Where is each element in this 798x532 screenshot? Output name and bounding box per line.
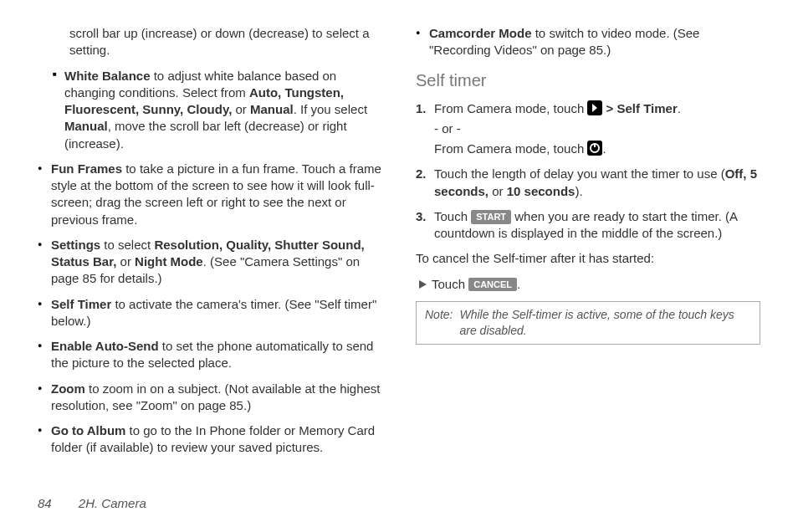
zoom-text: to zoom in on a subject. (Not available … [51, 381, 381, 412]
step-2: Touch the length of delay you want the t… [416, 166, 760, 200]
cancel-dot: . [517, 277, 520, 291]
step-3: Touch START when you are ready to start … [416, 208, 760, 243]
cancel-line: Touch CANCEL. [416, 276, 760, 293]
step1-gt: > [602, 101, 616, 115]
album-item: Go to Album to go to the In Phone folder… [38, 422, 382, 457]
intro-line: scroll bar up (increase) or down (decrea… [69, 25, 382, 59]
right-column: Camcorder Mode to switch to video mode. … [416, 25, 760, 465]
wb-manual: Manual [250, 102, 294, 116]
zoom-label: Zoom [51, 381, 85, 396]
triangle-icon [419, 280, 427, 289]
settings-item: Settings to select Resolution, Quality, … [38, 237, 382, 288]
left-column: scroll bar up (increase) or down (decrea… [38, 25, 382, 465]
main-bullet-list: Fun Frames to take a picture in a fun fr… [38, 161, 382, 457]
step1-st: Self Timer [617, 101, 678, 115]
white-balance-label: White Balance [64, 69, 151, 83]
self-timer-heading: Self timer [416, 69, 760, 92]
self-timer-item: Self Timer to activate the camera's time… [38, 296, 382, 330]
self-timer-label: Self Timer [51, 297, 111, 311]
step-1: From Camera mode, touch > Self Timer. - … [416, 100, 760, 158]
zoom-item: Zoom to zoom in on a subject. (Not avail… [38, 381, 382, 415]
step3-pre: Touch [434, 209, 471, 223]
note-text: While the Self-timer is active, some of … [459, 307, 751, 339]
step2-ten: 10 seconds [507, 184, 575, 198]
step1-dot: . [678, 101, 681, 115]
step1-or: - or - [434, 120, 760, 137]
step1-altdot: . [602, 141, 606, 156]
steps-list: From Camera mode, touch > Self Timer. - … [416, 100, 760, 243]
page-number: 84 [38, 496, 52, 510]
step1-pre: From Camera mode, touch [434, 101, 587, 115]
wb-or: or [232, 102, 250, 116]
wb-post1: . If you select [294, 102, 367, 116]
white-balance-item: White Balance to adjust white balance ba… [53, 68, 382, 152]
camcorder-item: Camcorder Mode to switch to video mode. … [416, 25, 760, 59]
step1-alt: From Camera mode, touch [434, 141, 587, 156]
section-title: 2H. Camera [79, 496, 146, 510]
album-label: Go to Album [51, 423, 125, 437]
cancel-intro: To cancel the Self-timer after it has st… [416, 250, 760, 267]
settings-label: Settings [51, 238, 100, 252]
auto-send-label: Enable Auto-Send [51, 339, 159, 353]
step2-or: or [489, 184, 507, 198]
cancel-pre: Touch [432, 277, 468, 291]
fun-frames-label: Fun Frames [51, 161, 122, 176]
page: scroll bar up (increase) or down (decrea… [0, 0, 798, 532]
timer-icon [587, 141, 602, 156]
note-box: Note: While the Self-timer is active, so… [416, 301, 760, 345]
step1-alt-wrap: From Camera mode, touch . [434, 141, 760, 157]
start-badge: START [471, 210, 511, 224]
auto-send-item: Enable Auto-Send to set the phone automa… [38, 338, 382, 372]
step2-post: ). [575, 184, 582, 198]
step2-pre: Touch the length of delay you want the t… [434, 166, 725, 181]
note-label: Note: [425, 307, 453, 339]
sub-bullet-list: White Balance to adjust white balance ba… [53, 68, 382, 152]
page-footer: 84 2H. Camera [38, 496, 146, 510]
settings-or: or [116, 254, 135, 269]
fun-frames-item: Fun Frames to take a picture in a fun fr… [38, 161, 382, 228]
options-icon [587, 100, 602, 115]
two-columns: scroll bar up (increase) or down (decrea… [38, 25, 760, 465]
camcorder-list: Camcorder Mode to switch to video mode. … [416, 25, 760, 59]
settings-pre: to select [100, 238, 154, 252]
cancel-badge: CANCEL [468, 278, 517, 292]
wb-manual2: Manual [64, 119, 108, 133]
settings-night: Night Mode [135, 254, 203, 269]
camcorder-label: Camcorder Mode [429, 26, 532, 40]
